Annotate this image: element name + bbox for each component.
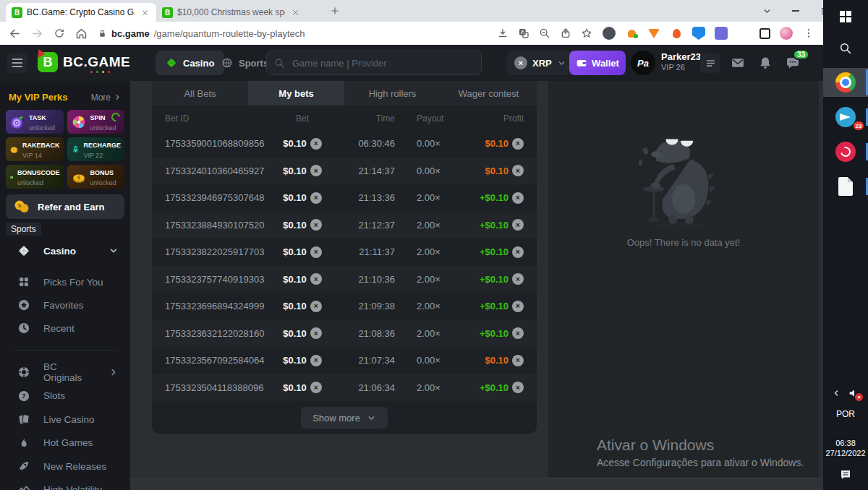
vip-more-link[interactable]: More: [91, 93, 122, 103]
sidebar-item-icon: [17, 366, 30, 379]
hamburger-menu-button[interactable]: [7, 53, 27, 73]
minimize-button[interactable]: [781, 0, 810, 22]
bet-list-button[interactable]: [700, 53, 720, 73]
install-icon[interactable]: [497, 27, 509, 39]
sidebar-item-label: Live Casino: [43, 414, 119, 425]
reload-icon[interactable]: [54, 27, 65, 39]
user-avatar[interactable]: Pa: [631, 51, 655, 75]
taskbar-time: 06:38: [825, 438, 865, 448]
bookmark-star-icon[interactable]: [581, 27, 592, 39]
tab-group-icon[interactable]: [760, 28, 770, 39]
refer-and-earn[interactable]: Refer and Earn: [6, 194, 124, 219]
address-bar[interactable]: bc.game /game/quantum-roulette-by-playte…: [98, 28, 487, 39]
xrp-coin-icon: [310, 327, 322, 339]
taskbar-chrome-icon[interactable]: [823, 68, 868, 97]
sidebar-item[interactable]: High Volatility: [0, 478, 130, 490]
sidebar: My VIP Perks More TASKunlocked SPINunloc…: [0, 81, 130, 490]
xrp-coin-icon: [310, 382, 322, 393]
xrp-coin-icon: [512, 273, 524, 285]
action-center-icon[interactable]: [839, 468, 852, 481]
show-more-button[interactable]: Show more: [301, 407, 388, 429]
sidebar-item[interactable]: New Releases: [0, 455, 130, 478]
notification-bell-icon[interactable]: [758, 56, 773, 70]
bets-tab-label: High rollers: [369, 88, 417, 99]
xrp-coin-icon: [512, 327, 524, 339]
bet-amount: $0.10: [272, 165, 333, 176]
language-indicator[interactable]: POR: [836, 409, 855, 419]
vip-perk-card[interactable]: SPINunlocked: [67, 110, 125, 134]
purple-arrow-extension-icon[interactable]: [715, 27, 728, 40]
tab-close-icon[interactable]: [139, 7, 150, 18]
taskbar-clock[interactable]: 06:38 27/12/2022: [825, 438, 865, 458]
hidden-icons-chevron[interactable]: [832, 389, 841, 397]
bet-id: 1753323696894324999: [165, 301, 272, 311]
bets-tab[interactable]: All Bets: [152, 81, 248, 106]
shield-extension-icon[interactable]: [692, 27, 705, 40]
forward-icon[interactable]: [31, 27, 43, 40]
bets-tab[interactable]: High rollers: [344, 81, 441, 106]
sidebar-item[interactable]: Picks For You: [0, 270, 130, 293]
flame-extension-icon[interactable]: [670, 27, 683, 40]
taskbar-document-icon[interactable]: [823, 172, 868, 201]
sidebar-item[interactable]: BC Originals: [0, 361, 130, 384]
tab-search-icon[interactable]: [752, 0, 781, 22]
vip-cards-grid: TASKunlocked SPINunlocked RAKEBACKVIP 14: [0, 108, 130, 189]
bet-time: 21:08:36: [333, 328, 395, 339]
bet-time: 21:12:37: [333, 220, 395, 231]
bet-row: 1753324010360465927 $0.10 21:14:37 0.00×…: [152, 158, 537, 185]
user-info[interactable]: Parker23 VIP 26: [661, 51, 701, 73]
browser-tab-strip: B BC.Game: Crypto Casino Games B $10,000…: [0, 0, 823, 22]
xrp-coin-icon: [310, 219, 322, 231]
back-icon[interactable]: [9, 27, 21, 40]
username: Parker23: [661, 51, 701, 62]
profile-avatar-icon[interactable]: [780, 27, 793, 40]
chevron-down-icon: [557, 59, 566, 68]
browser-menu-kebab-icon[interactable]: [803, 27, 814, 39]
bet-time: 06:30:46: [333, 138, 395, 149]
avatar-text: Pa: [637, 58, 649, 69]
new-tab-button[interactable]: [326, 1, 344, 20]
profile-check-extension-icon[interactable]: [625, 27, 638, 40]
sidebar-item[interactable]: Favorites: [0, 293, 130, 317]
vip-perk-card[interactable]: RECHARGEVIP 22: [67, 137, 125, 161]
home-icon[interactable]: [75, 27, 88, 40]
bet-time: 21:06:34: [333, 382, 395, 393]
taskbar-search-button[interactable]: [823, 39, 868, 58]
start-button[interactable]: [823, 7, 868, 26]
vip-perk-icon: [9, 169, 14, 185]
bets-tab[interactable]: My bets: [248, 81, 344, 106]
bets-tab[interactable]: Wager contest: [441, 81, 537, 106]
col-profit: Profit: [476, 113, 524, 124]
sidebar-item[interactable]: Live Casino: [0, 408, 130, 431]
metamask-fox-extension-icon[interactable]: [647, 27, 660, 40]
red-app-logo-icon: [835, 142, 856, 162]
bet-profit: $0.10: [476, 355, 524, 366]
site-logo[interactable]: B BC.GAME: [38, 52, 130, 72]
sidebar-item-casino[interactable]: Casino: [0, 238, 130, 263]
bet-amount: $0.10: [272, 138, 333, 150]
mute-badge: ×: [855, 393, 863, 401]
puzzle-extensions-icon[interactable]: [737, 27, 750, 40]
vip-perk-card[interactable]: RAKEBACKVIP 14: [6, 137, 64, 161]
sidebar-item[interactable]: Hot Games: [0, 431, 130, 455]
share-icon[interactable]: [560, 27, 571, 39]
mail-icon[interactable]: [731, 56, 745, 70]
chat-icon[interactable]: 33: [786, 56, 800, 70]
vip-perk-card[interactable]: TASKunlocked: [6, 110, 64, 134]
volume-muted-icon[interactable]: ×: [848, 387, 859, 399]
sidebar-item[interactable]: Slots: [0, 384, 130, 408]
zoom-out-icon[interactable]: [539, 27, 550, 39]
game-search-input[interactable]: [291, 57, 474, 69]
taskbar-red-app-icon[interactable]: [823, 137, 868, 166]
translate-icon[interactable]: [518, 27, 529, 39]
currency-selector[interactable]: XRP: [506, 51, 574, 75]
vip-perk-card[interactable]: BONUSunlocked: [67, 165, 125, 189]
sidebar-item[interactable]: Recent: [0, 317, 130, 340]
tab-close-icon[interactable]: [289, 7, 301, 18]
gorilla-extension-icon[interactable]: [603, 27, 616, 40]
taskbar-telegram-icon[interactable]: 23: [823, 103, 868, 132]
browser-tab[interactable]: B $10,000 Christmas week special: [156, 3, 307, 22]
vip-perk-card[interactable]: BONUSCODEunlocked: [6, 165, 64, 189]
wallet-button[interactable]: Wallet: [569, 51, 626, 75]
browser-tab[interactable]: B BC.Game: Crypto Casino Games: [6, 3, 156, 22]
